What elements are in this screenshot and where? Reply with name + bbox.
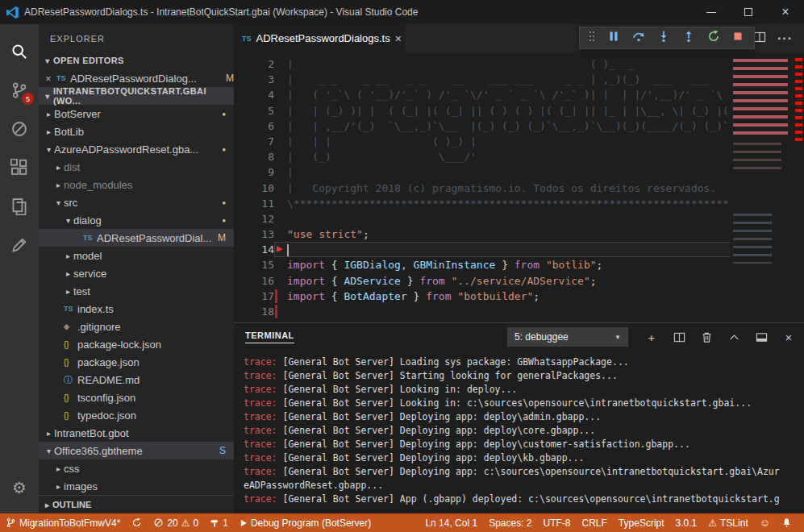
notifications-button[interactable] [776,513,798,532]
maximize-button[interactable] [730,0,767,24]
problems-status[interactable]: 20 ⚠ 0 [148,513,204,532]
tree-item[interactable]: ▾src● [39,193,234,211]
drag-handle[interactable] [589,30,595,46]
glyph-margin [234,118,248,134]
new-terminal-button[interactable]: + [644,330,659,344]
tree-item[interactable]: ▾Office365.gbthemeS [39,442,234,459]
tree-item[interactable]: ◆.gitignore [39,318,234,335]
code-line[interactable]: 3| _ _ _ __ _ _ __ ___ ___ _ _ | ,_)(_) … [234,72,793,87]
pause-button[interactable] [607,30,620,46]
tree-item-label: AzureADPasswordReset.gba... [54,143,219,156]
edit-activity-button[interactable] [0,226,39,264]
step-out-button[interactable] [682,30,695,46]
tree-item[interactable]: {}typedoc.json [39,406,234,424]
code-line[interactable]: 5| | (_) )| | ( (_| |( (_| || ( ) ( ) |(… [234,103,793,118]
tree-item[interactable]: ▸BotServer● [39,105,234,123]
open-editor-item[interactable]: × TS ADResetPasswordDialog... M [39,69,234,87]
split-editor-button[interactable] [753,31,766,47]
settings-button[interactable]: ⚙ [0,468,39,507]
debug-target-status[interactable]: Debug Program (BotServer) [234,513,377,532]
feedback-button[interactable]: ☺ [754,513,776,532]
close-panel-button[interactable]: × [781,330,796,344]
cursor-position-status[interactable]: Ln 14, Col 1 [419,513,483,532]
code-line[interactable]: 7| | | ( )_) | | [234,134,793,149]
tree-item[interactable]: ▾AzureADPasswordReset.gba...● [39,140,234,158]
split-terminal-button[interactable] [672,330,686,344]
tree-item[interactable]: {}tsconfig.json [39,389,234,406]
restart-button[interactable] [707,30,720,46]
ts-file-icon: TS [242,35,252,43]
tasks-status[interactable]: 1 [204,513,234,532]
workspace-section-header[interactable]: ▾ INTRANETBOTQUICKSTART.GBAI (WO... [39,87,234,105]
step-over-button[interactable] [632,30,645,46]
toggle-panel-button[interactable] [754,330,769,344]
tree-item[interactable]: ▸test [39,282,234,300]
open-editors-header[interactable]: ▾ OPEN EDITORS [39,52,234,69]
code-line[interactable]: 11\*************************************… [234,196,793,211]
tree-item[interactable]: ▸IntranetBot.gbot [39,424,234,442]
tree-item[interactable]: {}package-lock.json [39,335,234,353]
tree-item[interactable]: ▾dialog● [39,211,234,229]
code-line[interactable]: 2| ( )_ _ | [234,56,793,72]
code-line[interactable]: 6| | ,__/'(_) `\__,_)`\__ |(_) (_) (_)`\… [234,118,793,134]
minimize-button[interactable]: — [693,0,730,24]
git-branch-status[interactable]: MigrationToBotFmwV4* [0,513,126,532]
tree-item[interactable]: TSADResetPasswordDial...M [39,229,234,247]
close-editor-icon[interactable]: × [45,73,56,85]
encoding-status[interactable]: UTF-8 [538,513,577,532]
minimap[interactable] [730,52,793,294]
language-mode-status[interactable]: TypeScript [613,513,670,532]
code-line[interactable]: 8| (_) \___/' | [234,149,793,164]
sync-status[interactable] [126,513,148,532]
code-line[interactable]: 12 [234,211,793,227]
tab-close-icon[interactable]: × [395,32,402,45]
maximize-panel-button[interactable] [727,330,741,344]
close-button[interactable]: × [767,0,804,24]
code-line[interactable]: 18 [234,304,793,319]
overview-ruler[interactable] [793,52,804,322]
source-control-activity-button[interactable]: 5 [0,71,39,110]
line-number: 4 [248,87,274,102]
tslint-status[interactable]: ⚠ TSLint [702,513,753,532]
tree-item[interactable]: ⓘREADME.md [39,371,234,389]
tree-item[interactable]: ▸dist [39,158,234,176]
step-into-button[interactable] [657,30,670,46]
tree-item[interactable]: ▸service [39,264,234,282]
eol-status[interactable]: CRLF [577,513,613,532]
editor[interactable]: 2| ( )_ _ |3| _ _ _ __ _ _ __ ___ ___ _ … [234,52,804,322]
terminal-selector-dropdown[interactable]: 5: debuggee ▼ [507,327,628,347]
more-actions-button[interactable]: ··· [777,31,793,46]
extensions-activity-button[interactable] [0,148,39,187]
code-line[interactable]: 14 [234,242,793,257]
kill-terminal-button[interactable] [699,330,714,344]
code-line[interactable]: 15import { IGBDialog, GBMinInstance } fr… [234,257,793,272]
code-line[interactable]: 9| | [234,164,793,180]
tab-adresetpassworddialogs[interactable]: TS ADResetPasswordDialogs.ts × [234,24,405,52]
outline-section-header[interactable]: ▸ OUTLINE [39,495,234,513]
code-line[interactable]: 13"use strict"; [234,227,793,242]
stop-button[interactable] [731,30,744,46]
tree-item[interactable]: ▸node_modules [39,176,234,193]
tree-item[interactable]: {}package.json [39,353,234,371]
tree-item-label: IntranetBot.gbot [54,427,226,439]
tree-item-label: typedoc.json [77,409,226,422]
typescript-version-status[interactable]: 3.0.1 [670,513,703,532]
indentation-status[interactable]: Spaces: 2 [483,513,537,532]
tree-item[interactable]: ▸model [39,247,234,264]
debug-activity-button[interactable] [0,110,39,148]
code-line[interactable]: 4| ( '_`\ ( '__)/'_` ) /'_ `\/' _ ` _ `\… [234,87,793,102]
terminal-tab[interactable]: TERMINAL [245,330,294,343]
search-activity-button[interactable] [0,32,39,71]
gutter-slot [274,118,287,134]
tree-item[interactable]: ▸BotLib [39,123,234,140]
tree-item[interactable]: ▸images [39,477,234,495]
glyph-margin [234,149,248,164]
code-line[interactable]: 17import { BotAdapter } from "botbuilder… [234,289,793,304]
line-number: 8 [248,149,274,164]
code-line[interactable]: 10| Copyright 2018 (c) pragmatismo.io. T… [234,181,793,196]
documents-activity-button[interactable] [0,187,39,226]
tree-item[interactable]: TSindex.ts [39,300,234,318]
tree-item[interactable]: ▸css [39,459,234,477]
code-line[interactable]: 16import { ADService } from "../service/… [234,273,793,289]
terminal-output[interactable]: trace: [General Bot Server] Loading sys … [234,351,804,513]
